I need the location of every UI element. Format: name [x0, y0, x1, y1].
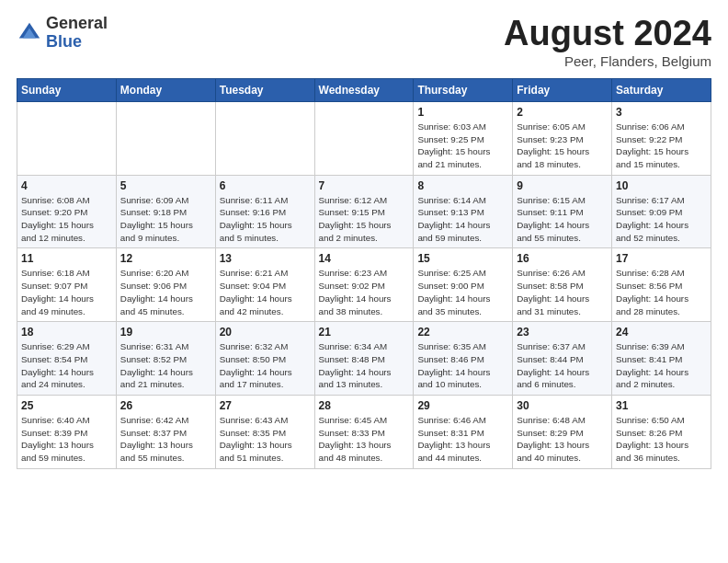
day-info: Sunrise: 6:25 AM Sunset: 9:00 PM Dayligh… — [417, 267, 508, 317]
day-number: 28 — [319, 399, 410, 412]
calendar-cell: 21Sunrise: 6:34 AM Sunset: 8:48 PM Dayli… — [314, 322, 414, 396]
day-info: Sunrise: 6:45 AM Sunset: 8:33 PM Dayligh… — [319, 414, 410, 465]
day-number: 8 — [417, 179, 508, 192]
day-info: Sunrise: 6:18 AM Sunset: 9:07 PM Dayligh… — [21, 267, 112, 317]
day-number: 25 — [21, 399, 112, 412]
title-block: August 2024 Peer, Flanders, Belgium — [504, 15, 711, 69]
day-number: 15 — [417, 252, 508, 265]
logo: General Blue — [17, 15, 108, 52]
calendar-week-row: 25Sunrise: 6:40 AM Sunset: 8:39 PM Dayli… — [17, 396, 711, 469]
header: General Blue August 2024 Peer, Flanders,… — [17, 15, 711, 69]
day-number: 24 — [616, 326, 707, 339]
day-info: Sunrise: 6:34 AM Sunset: 8:48 PM Dayligh… — [319, 340, 410, 391]
calendar-cell: 12Sunrise: 6:20 AM Sunset: 9:06 PM Dayli… — [116, 248, 215, 322]
day-number: 23 — [517, 326, 608, 339]
calendar-cell: 15Sunrise: 6:25 AM Sunset: 9:00 PM Dayli… — [414, 248, 513, 322]
day-number: 9 — [517, 179, 608, 192]
calendar-cell: 25Sunrise: 6:40 AM Sunset: 8:39 PM Dayli… — [17, 396, 117, 469]
day-number: 21 — [319, 326, 410, 339]
calendar-cell — [314, 101, 414, 175]
col-friday: Friday — [513, 78, 612, 101]
day-number: 5 — [120, 179, 211, 192]
day-info: Sunrise: 6:46 AM Sunset: 8:31 PM Dayligh… — [417, 414, 508, 465]
calendar-week-row: 1Sunrise: 6:03 AM Sunset: 9:25 PM Daylig… — [17, 101, 711, 175]
calendar-cell: 20Sunrise: 6:32 AM Sunset: 8:50 PM Dayli… — [215, 322, 314, 396]
calendar-cell: 14Sunrise: 6:23 AM Sunset: 9:02 PM Dayli… — [314, 248, 414, 322]
day-info: Sunrise: 6:11 AM Sunset: 9:16 PM Dayligh… — [220, 194, 311, 245]
calendar-cell: 30Sunrise: 6:48 AM Sunset: 8:29 PM Dayli… — [513, 396, 612, 469]
day-number: 7 — [319, 179, 410, 192]
day-info: Sunrise: 6:15 AM Sunset: 9:11 PM Dayligh… — [517, 194, 608, 245]
day-number: 17 — [616, 252, 707, 265]
day-info: Sunrise: 6:35 AM Sunset: 8:46 PM Dayligh… — [417, 340, 508, 391]
day-info: Sunrise: 6:32 AM Sunset: 8:50 PM Dayligh… — [220, 340, 311, 391]
calendar-cell: 8Sunrise: 6:14 AM Sunset: 9:13 PM Daylig… — [414, 175, 513, 248]
day-number: 20 — [220, 326, 311, 339]
day-info: Sunrise: 6:37 AM Sunset: 8:44 PM Dayligh… — [517, 340, 608, 391]
day-info: Sunrise: 6:08 AM Sunset: 9:20 PM Dayligh… — [21, 194, 112, 245]
day-number: 12 — [120, 252, 211, 265]
calendar-header-row: Sunday Monday Tuesday Wednesday Thursday… — [17, 78, 711, 101]
calendar-cell: 9Sunrise: 6:15 AM Sunset: 9:11 PM Daylig… — [513, 175, 612, 248]
day-number: 19 — [120, 326, 211, 339]
day-info: Sunrise: 6:29 AM Sunset: 8:54 PM Dayligh… — [21, 340, 112, 391]
day-number: 4 — [21, 179, 112, 192]
calendar-cell: 27Sunrise: 6:43 AM Sunset: 8:35 PM Dayli… — [215, 396, 314, 469]
calendar-cell: 16Sunrise: 6:26 AM Sunset: 8:58 PM Dayli… — [513, 248, 612, 322]
day-number: 30 — [517, 399, 608, 412]
day-number: 14 — [319, 252, 410, 265]
calendar-cell — [215, 101, 314, 175]
col-monday: Monday — [116, 78, 215, 101]
calendar-cell: 28Sunrise: 6:45 AM Sunset: 8:33 PM Dayli… — [314, 396, 414, 469]
day-number: 22 — [417, 326, 508, 339]
calendar-cell: 6Sunrise: 6:11 AM Sunset: 9:16 PM Daylig… — [215, 175, 314, 248]
day-info: Sunrise: 6:40 AM Sunset: 8:39 PM Dayligh… — [21, 414, 112, 465]
calendar-week-row: 4Sunrise: 6:08 AM Sunset: 9:20 PM Daylig… — [17, 175, 711, 248]
day-info: Sunrise: 6:05 AM Sunset: 9:23 PM Dayligh… — [517, 121, 608, 171]
day-info: Sunrise: 6:17 AM Sunset: 9:09 PM Dayligh… — [616, 194, 707, 245]
day-number: 16 — [517, 252, 608, 265]
calendar-cell: 5Sunrise: 6:09 AM Sunset: 9:18 PM Daylig… — [116, 175, 215, 248]
col-sunday: Sunday — [17, 78, 117, 101]
day-info: Sunrise: 6:14 AM Sunset: 9:13 PM Dayligh… — [417, 194, 508, 245]
day-info: Sunrise: 6:20 AM Sunset: 9:06 PM Dayligh… — [120, 267, 211, 317]
day-info: Sunrise: 6:28 AM Sunset: 8:56 PM Dayligh… — [616, 267, 707, 317]
calendar-table: Sunday Monday Tuesday Wednesday Thursday… — [17, 78, 711, 469]
calendar-cell: 1Sunrise: 6:03 AM Sunset: 9:25 PM Daylig… — [414, 101, 513, 175]
day-number: 31 — [616, 399, 707, 412]
day-number: 1 — [417, 106, 508, 119]
day-info: Sunrise: 6:43 AM Sunset: 8:35 PM Dayligh… — [220, 414, 311, 465]
day-info: Sunrise: 6:31 AM Sunset: 8:52 PM Dayligh… — [120, 340, 211, 391]
day-number: 6 — [220, 179, 311, 192]
day-info: Sunrise: 6:06 AM Sunset: 9:22 PM Dayligh… — [616, 121, 707, 171]
day-number: 18 — [21, 326, 112, 339]
logo-blue-text: Blue — [46, 33, 108, 52]
calendar-cell: 10Sunrise: 6:17 AM Sunset: 9:09 PM Dayli… — [612, 175, 711, 248]
title-month: August 2024 — [504, 15, 711, 53]
calendar-cell: 23Sunrise: 6:37 AM Sunset: 8:44 PM Dayli… — [513, 322, 612, 396]
calendar-week-row: 18Sunrise: 6:29 AM Sunset: 8:54 PM Dayli… — [17, 322, 711, 396]
day-number: 13 — [220, 252, 311, 265]
col-thursday: Thursday — [414, 78, 513, 101]
calendar-cell: 29Sunrise: 6:46 AM Sunset: 8:31 PM Dayli… — [414, 396, 513, 469]
title-location: Peer, Flanders, Belgium — [504, 53, 711, 69]
day-info: Sunrise: 6:50 AM Sunset: 8:26 PM Dayligh… — [616, 414, 707, 465]
day-number: 29 — [417, 399, 508, 412]
day-number: 3 — [616, 106, 707, 119]
day-number: 26 — [120, 399, 211, 412]
calendar-cell: 26Sunrise: 6:42 AM Sunset: 8:37 PM Dayli… — [116, 396, 215, 469]
day-info: Sunrise: 6:48 AM Sunset: 8:29 PM Dayligh… — [517, 414, 608, 465]
day-number: 10 — [616, 179, 707, 192]
day-info: Sunrise: 6:03 AM Sunset: 9:25 PM Dayligh… — [417, 121, 508, 171]
calendar-cell: 13Sunrise: 6:21 AM Sunset: 9:04 PM Dayli… — [215, 248, 314, 322]
calendar-cell: 17Sunrise: 6:28 AM Sunset: 8:56 PM Dayli… — [612, 248, 711, 322]
calendar-cell: 2Sunrise: 6:05 AM Sunset: 9:23 PM Daylig… — [513, 101, 612, 175]
logo-general-text: General — [46, 15, 108, 33]
day-number: 2 — [517, 106, 608, 119]
day-info: Sunrise: 6:21 AM Sunset: 9:04 PM Dayligh… — [220, 267, 311, 317]
calendar-cell — [17, 101, 117, 175]
day-info: Sunrise: 6:12 AM Sunset: 9:15 PM Dayligh… — [319, 194, 410, 245]
calendar-cell: 7Sunrise: 6:12 AM Sunset: 9:15 PM Daylig… — [314, 175, 414, 248]
col-tuesday: Tuesday — [215, 78, 314, 101]
calendar-week-row: 11Sunrise: 6:18 AM Sunset: 9:07 PM Dayli… — [17, 248, 711, 322]
